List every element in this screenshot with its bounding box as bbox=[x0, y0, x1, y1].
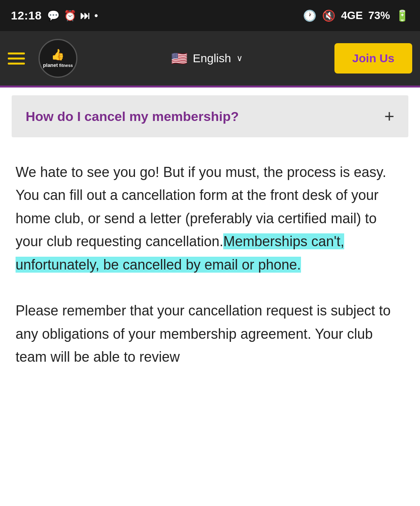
nav-bar: 👍 planet fitness 🇺🇸 English ∨ Join Us bbox=[0, 31, 420, 86]
purple-accent-border bbox=[0, 86, 420, 88]
status-notification-icons: 💬 ⏰ ⏭ • bbox=[47, 10, 98, 22]
us-flag-icon: 🇺🇸 bbox=[171, 51, 187, 66]
message-icon: 💬 bbox=[47, 10, 60, 22]
alarm-icon: ⏰ bbox=[64, 10, 77, 22]
planet-fitness-logo[interactable]: 👍 planet fitness bbox=[37, 37, 79, 80]
faq-toggle-icon[interactable]: + bbox=[384, 108, 394, 125]
battery-icon: 🔋 bbox=[396, 9, 409, 22]
language-selector[interactable]: 🇺🇸 English ∨ bbox=[171, 51, 243, 66]
signal-icon: 4GE bbox=[341, 9, 363, 22]
hamburger-line-2 bbox=[8, 58, 25, 60]
forward-icon: ⏭ bbox=[80, 10, 91, 22]
cancellation-text-continuation: Please remember that your cancellation r… bbox=[16, 303, 391, 365]
battery-percent: 73% bbox=[368, 9, 390, 22]
dot-icon: • bbox=[94, 10, 98, 22]
faq-item-cancel-membership[interactable]: How do I cancel my membership? + bbox=[12, 95, 408, 137]
hamburger-line-3 bbox=[8, 63, 25, 65]
logo-planet-text: planet bbox=[43, 62, 58, 68]
faq-question-text: How do I cancel my membership? bbox=[26, 109, 239, 124]
clock-icon: 🕐 bbox=[303, 9, 317, 22]
status-bar: 12:18 💬 ⏰ ⏭ • 🕐 🔇 4GE 73% 🔋 bbox=[0, 0, 420, 31]
status-time: 12:18 bbox=[11, 9, 42, 22]
mute-icon: 🔇 bbox=[322, 9, 336, 22]
logo-text: 👍 planet fitness bbox=[43, 48, 73, 68]
language-label: English bbox=[193, 52, 231, 65]
nav-left: 👍 planet fitness bbox=[8, 37, 79, 80]
chevron-down-icon: ∨ bbox=[236, 53, 243, 63]
logo-fitness-text: fitness bbox=[59, 63, 73, 68]
join-us-button[interactable]: Join Us bbox=[334, 43, 412, 74]
content-area: We hate to see you go! But if you must, … bbox=[0, 145, 420, 384]
logo-thumb-icon: 👍 bbox=[43, 48, 73, 61]
hamburger-line-1 bbox=[8, 53, 25, 54]
status-system-icons: 🕐 🔇 4GE 73% 🔋 bbox=[303, 9, 409, 22]
status-time-area: 12:18 💬 ⏰ ⏭ • bbox=[11, 9, 98, 22]
faq-container: How do I cancel my membership? + bbox=[0, 95, 420, 137]
logo-circle: 👍 planet fitness bbox=[38, 39, 77, 78]
hamburger-menu-button[interactable] bbox=[8, 53, 25, 65]
cancellation-description: We hate to see you go! But if you must, … bbox=[16, 161, 404, 369]
